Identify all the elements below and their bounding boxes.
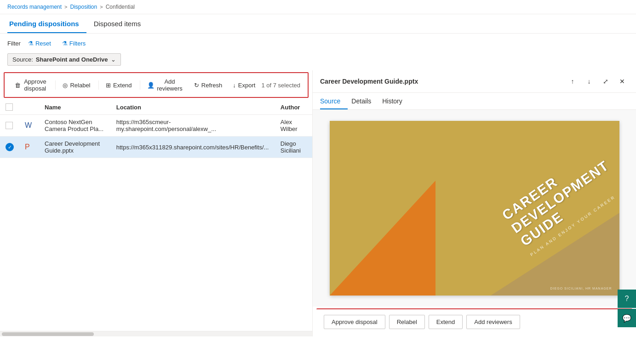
panel-tabs: Source Details History	[313, 93, 636, 110]
word-file-icon: W	[25, 121, 32, 129]
horizontal-scrollbar[interactable]	[0, 331, 312, 336]
bottom-add-reviewers-button[interactable]: Add reviewers	[466, 315, 520, 329]
floating-help-button[interactable]: ?	[618, 290, 636, 308]
filters-button[interactable]: ⚗ Filters	[58, 38, 89, 49]
source-value: SharePoint and OneDrive	[36, 56, 108, 63]
row1-location-cell: https://m365scmeur-my.sharepoint.com/per…	[111, 115, 275, 136]
row1-author-cell: Alex Wilber	[275, 115, 312, 136]
main-area: 🗑 Approve disposal ◎ Relabel ⊞ Extend 👤 …	[0, 70, 636, 336]
panel-title: Career Development Guide.pptx	[320, 78, 418, 85]
col-name-header[interactable]: Name	[39, 100, 111, 115]
col-author-header[interactable]: Author	[275, 100, 312, 115]
row2-author-cell: Diego Siciliani	[275, 136, 312, 158]
left-panel: 🗑 Approve disposal ◎ Relabel ⊞ Extend 👤 …	[0, 70, 313, 336]
toolbar-divider-3	[140, 80, 140, 90]
approve-icon: 🗑	[15, 82, 21, 89]
relabel-button[interactable]: ◎ Relabel	[58, 80, 95, 91]
filters-label: Filters	[69, 40, 86, 47]
header-checkbox[interactable]	[6, 103, 13, 111]
row2-checkmark[interactable]: ✓	[6, 143, 14, 151]
tab-disposed-items[interactable]: Disposed items	[92, 14, 149, 33]
row1-checkbox[interactable]	[6, 122, 13, 129]
right-panel: Career Development Guide.pptx ↑ ↓ ⤢ ✕ So…	[313, 70, 636, 336]
triangle-orange	[330, 181, 435, 296]
nav-up-button[interactable]: ↑	[566, 75, 579, 88]
close-icon: ✕	[619, 78, 625, 85]
source-dropdown[interactable]: Source: SharePoint and OneDrive ⌄	[7, 53, 121, 66]
breadcrumb-sep-1: >	[64, 4, 67, 10]
filter-bar: Filter ⚗ Reset ⚗ Filters	[0, 34, 636, 51]
reset-button[interactable]: ⚗ Reset	[24, 38, 55, 49]
preview-author-text: DIEGO SICILIANI, HR MANAGER	[550, 287, 612, 290]
main-tabs: Pending dispositions Disposed items	[0, 14, 636, 34]
row1-name-cell[interactable]: Contoso NextGen Camera Product Pla...	[39, 115, 111, 136]
extend-icon: ⊞	[106, 82, 111, 89]
export-icon: ↓	[233, 82, 236, 89]
floating-chat-button[interactable]: 💬	[618, 309, 636, 327]
source-prefix: Source:	[12, 56, 33, 63]
tab-details[interactable]: Details	[351, 93, 378, 109]
panel-header: Career Development Guide.pptx ↑ ↓ ⤢ ✕	[313, 70, 636, 93]
expand-icon: ⤢	[603, 78, 608, 85]
breadcrumb: Records management > Disposition > Confi…	[0, 0, 636, 14]
close-panel-button[interactable]: ✕	[616, 75, 629, 88]
bottom-approve-button[interactable]: Approve disposal	[324, 315, 385, 329]
refresh-icon: ↻	[194, 82, 199, 89]
action-toolbar: 🗑 Approve disposal ◎ Relabel ⊞ Extend 👤 …	[4, 72, 309, 98]
col-location-header[interactable]: Location	[111, 100, 275, 115]
items-table: Name Location Author W Contoso NextGen C…	[0, 100, 312, 158]
export-button[interactable]: ↓ Export	[228, 80, 260, 91]
question-icon: ?	[625, 295, 629, 303]
down-arrow-icon: ↓	[588, 78, 591, 85]
bottom-action-bar: Approve disposal Relabel Extend Add revi…	[316, 308, 632, 335]
table-row[interactable]: ✓ P Career Development Guide.pptx https:…	[0, 136, 312, 158]
toolbar-divider-1	[55, 80, 56, 90]
row2-location-cell: https://m365x311829.sharepoint.com/sites…	[111, 136, 275, 158]
nav-down-button[interactable]: ↓	[583, 75, 596, 88]
export-label: Export	[238, 82, 256, 89]
breadcrumb-current: Confidential	[106, 4, 135, 10]
relabel-icon: ◎	[63, 82, 68, 89]
tab-history[interactable]: History	[382, 93, 410, 109]
bottom-extend-button[interactable]: Extend	[429, 315, 463, 329]
source-bar: Source: SharePoint and OneDrive ⌄	[0, 51, 636, 70]
col-icon	[19, 100, 39, 115]
extend-button[interactable]: ⊞ Extend	[101, 80, 137, 91]
col-checkbox	[0, 100, 19, 115]
breadcrumb-sep-2: >	[100, 4, 103, 10]
table-row[interactable]: W Contoso NextGen Camera Product Pla... …	[0, 115, 312, 136]
file-preview: CAREERDEVELOPMENTGUIDE PLAN AND ENJOY YO…	[330, 121, 619, 296]
add-reviewers-icon: 👤	[147, 82, 155, 89]
row2-checkbox-cell[interactable]: ✓	[0, 136, 19, 158]
row1-checkbox-cell[interactable]	[0, 115, 19, 136]
floating-buttons: ? 💬	[618, 290, 636, 327]
pptx-file-icon: P	[25, 143, 30, 151]
reset-label: Reset	[35, 40, 51, 47]
row1-icon-cell: W	[19, 115, 39, 136]
relabel-label: Relabel	[70, 82, 90, 89]
panel-nav-icons: ↑ ↓ ⤢ ✕	[566, 75, 629, 88]
tab-source[interactable]: Source	[320, 93, 348, 109]
preview-area: CAREERDEVELOPMENTGUIDE PLAN AND ENJOY YO…	[313, 110, 636, 307]
filters-icon: ⚗	[62, 40, 68, 47]
breadcrumb-records-mgmt[interactable]: Records management	[7, 4, 62, 10]
reset-filter-icon: ⚗	[28, 40, 34, 47]
chevron-down-icon: ⌄	[111, 56, 116, 63]
table-container[interactable]: Name Location Author W Contoso NextGen C…	[0, 100, 312, 331]
toolbar-divider-2	[98, 80, 99, 90]
refresh-button[interactable]: ↻ Refresh	[189, 80, 228, 91]
approve-disposal-button[interactable]: 🗑 Approve disposal	[10, 76, 52, 94]
refresh-label: Refresh	[201, 82, 223, 89]
selection-count: 1 of 7 selected	[261, 82, 300, 89]
filter-text: Filter	[7, 40, 21, 47]
breadcrumb-disposition[interactable]: Disposition	[70, 4, 97, 10]
scroll-thumb[interactable]	[2, 332, 94, 336]
row2-icon-cell: P	[19, 136, 39, 158]
bottom-relabel-button[interactable]: Relabel	[389, 315, 425, 329]
extend-label: Extend	[113, 82, 132, 89]
row2-name-cell[interactable]: Career Development Guide.pptx	[39, 136, 111, 158]
tab-pending-dispositions[interactable]: Pending dispositions	[7, 14, 86, 33]
add-reviewers-button[interactable]: 👤 Add reviewers	[143, 76, 188, 94]
expand-button[interactable]: ⤢	[599, 75, 612, 88]
chat-icon: 💬	[622, 314, 631, 323]
